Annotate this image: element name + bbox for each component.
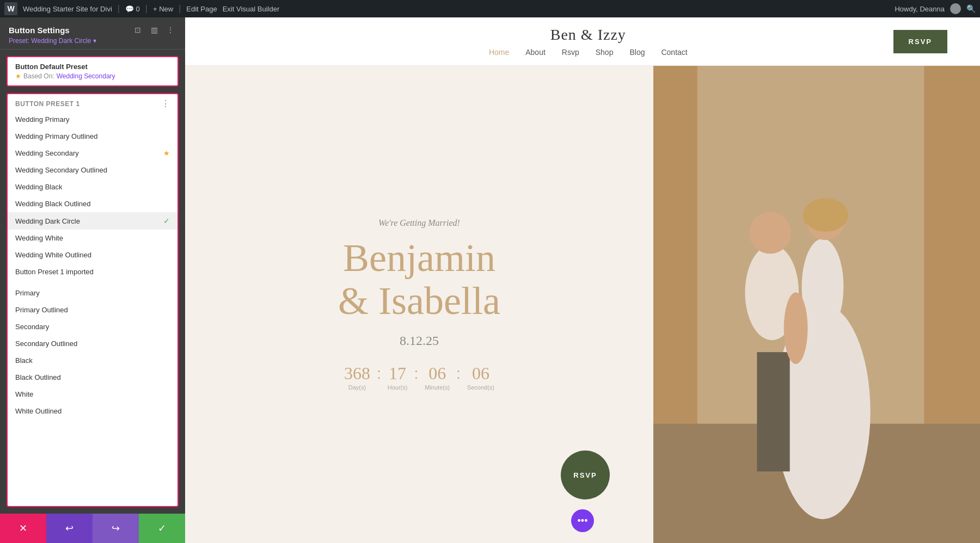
preset-label[interactable]: Preset: Wedding Dark Circle ▾ (9, 37, 176, 45)
layout-icon[interactable]: ▥ (148, 24, 160, 36)
admin-bar: W Wedding Starter Site for Divi | 💬 0 | … (0, 0, 980, 17)
nav-about[interactable]: About (525, 48, 546, 57)
list-item[interactable]: Wedding Secondary ★ (8, 145, 177, 162)
list-item[interactable]: Wedding Primary (8, 111, 177, 128)
countdown-days: 368 Day(s) (344, 365, 370, 391)
hero-names: Benjamin& Isabella (338, 237, 500, 323)
bottom-dots-button[interactable]: ••• (571, 509, 594, 532)
admin-bar-left: W Wedding Starter Site for Divi | 💬 0 | … (4, 2, 888, 15)
main-area: Button Settings ⊡ ▥ ⋮ Preset: Wedding Da… (0, 17, 980, 543)
site-name-link[interactable]: Wedding Starter Site for Divi (23, 5, 112, 13)
group-dots-icon[interactable]: ⋮ (161, 98, 170, 109)
save-button[interactable]: ✓ (139, 514, 185, 543)
dots-circle-icon[interactable]: ••• (571, 509, 594, 532)
nav-blog[interactable]: Blog (629, 48, 645, 57)
countdown-hours-value: 17 (389, 365, 406, 382)
header-rsvp-button[interactable]: RSVP (893, 30, 947, 53)
preset-item-name: Wedding White Outlined (15, 251, 170, 259)
wordpress-logo[interactable]: W (4, 2, 17, 15)
preset-item-name: Wedding Secondary (15, 149, 163, 157)
hero-left: We're Getting Married! Benjamin& Isabell… (185, 66, 653, 543)
list-item[interactable]: White Outlined (8, 403, 177, 419)
list-item[interactable]: Black Outlined (8, 369, 177, 386)
hero-subtitle: We're Getting Married! (378, 218, 460, 228)
list-item[interactable]: Secondary Outlined (8, 335, 177, 352)
countdown-seconds: 06 Second(s) (467, 365, 494, 391)
list-item[interactable]: Black (8, 352, 177, 369)
preset-item-name: White Outlined (15, 407, 170, 415)
rsvp-circle-button[interactable]: RSVP (561, 451, 610, 499)
preset-item-name: Primary Outlined (15, 306, 170, 314)
countdown-seconds-label: Second(s) (467, 384, 494, 391)
list-item[interactable]: Wedding Black Outlined (8, 195, 177, 212)
presets-list: Button Preset 1 ⋮ Wedding Primary Weddin… (7, 93, 179, 507)
preset-group-header-1: Button Preset 1 ⋮ (8, 94, 177, 111)
based-on-text: Based On: (23, 72, 54, 80)
nav-contact[interactable]: Contact (661, 48, 687, 57)
admin-bar-right: Howdy, Deanna 🔍 (895, 3, 976, 14)
list-item[interactable]: Primary Outlined (8, 301, 177, 318)
countdown-sep-3: : (456, 365, 461, 382)
countdown-days-label: Day(s) (348, 384, 366, 391)
svg-point-7 (802, 239, 844, 334)
preset-item-name: Secondary (15, 323, 170, 331)
default-preset-based: ★ Based On: Wedding Secondary (15, 72, 170, 80)
list-item[interactable]: Wedding White Outlined (8, 246, 177, 263)
based-on-link[interactable]: Wedding Secondary (57, 72, 115, 80)
default-preset-title: Button Default Preset (15, 63, 170, 71)
comments-link[interactable]: 💬 0 (125, 5, 140, 13)
list-item[interactable]: Wedding Secondary Outlined (8, 162, 177, 178)
hero-section: We're Getting Married! Benjamin& Isabell… (185, 66, 980, 543)
check-icon: ✓ (163, 217, 170, 225)
countdown-seconds-value: 06 (472, 365, 489, 382)
preset-item-name: Wedding Black Outlined (15, 200, 170, 208)
list-item[interactable]: Wedding Black (8, 178, 177, 195)
countdown-hours: 17 Hour(s) (388, 365, 408, 391)
website-preview: Ben & Izzy Home About Rsvp Shop Blog Con… (185, 17, 980, 543)
responsive-icon[interactable]: ⊡ (132, 24, 144, 36)
more-icon[interactable]: ⋮ (164, 24, 176, 36)
countdown: 368 Day(s) : 17 Hour(s) : 06 Minute(s) : (344, 365, 494, 391)
list-item[interactable]: Button Preset 1 imported (8, 263, 177, 280)
hero-image (653, 66, 980, 543)
countdown-minutes-label: Minute(s) (425, 384, 450, 391)
list-item[interactable]: Primary (8, 285, 177, 301)
edit-page-link[interactable]: Edit Page (186, 5, 217, 13)
countdown-sep-2: : (414, 365, 418, 382)
preset-item-name: Secondary Outlined (15, 340, 170, 348)
nav-home[interactable]: Home (489, 48, 509, 57)
site-title: Ben & Izzy (550, 26, 626, 44)
star-icon: ★ (163, 149, 170, 157)
preset-item-name: Wedding Primary (15, 115, 170, 124)
preset-item-name: Wedding Black (15, 183, 170, 191)
new-link[interactable]: + New (153, 5, 173, 13)
chevron-down-icon: ▾ (93, 37, 96, 45)
undo-button[interactable]: ↩ (46, 514, 93, 543)
separator3: | (179, 4, 181, 14)
list-item[interactable]: Wedding Dark Circle ✓ (8, 212, 177, 230)
nav-shop[interactable]: Shop (596, 48, 614, 57)
nav-rsvp[interactable]: Rsvp (562, 48, 579, 57)
list-item[interactable]: Wedding White (8, 230, 177, 246)
preset-item-name: Primary (15, 289, 170, 297)
search-icon[interactable]: 🔍 (966, 4, 976, 13)
bottom-bar: ✕ ↩ ↪ ✓ (0, 514, 185, 543)
exit-visual-builder-link[interactable]: Exit Visual Builder (223, 5, 280, 13)
svg-point-8 (749, 212, 791, 254)
svg-point-11 (784, 293, 808, 365)
preset-item-name: Wedding White (15, 234, 170, 242)
preset-item-name: Black (15, 356, 170, 365)
list-item[interactable]: White (8, 386, 177, 403)
redo-button[interactable]: ↪ (93, 514, 139, 543)
cancel-button[interactable]: ✕ (0, 514, 46, 543)
countdown-hours-label: Hour(s) (388, 384, 408, 391)
countdown-days-value: 368 (344, 365, 370, 382)
default-preset-box: Button Default Preset ★ Based On: Weddin… (7, 56, 179, 87)
svg-point-10 (803, 198, 848, 231)
list-item[interactable]: Wedding Primary Outlined (8, 128, 177, 145)
list-item[interactable]: Secondary (8, 318, 177, 335)
hero-image-placeholder (653, 66, 980, 543)
countdown-minutes: 06 Minute(s) (425, 365, 450, 391)
preset-item-name: Black Outlined (15, 373, 170, 381)
panel-header: Button Settings ⊡ ▥ ⋮ Preset: Wedding Da… (0, 17, 185, 50)
